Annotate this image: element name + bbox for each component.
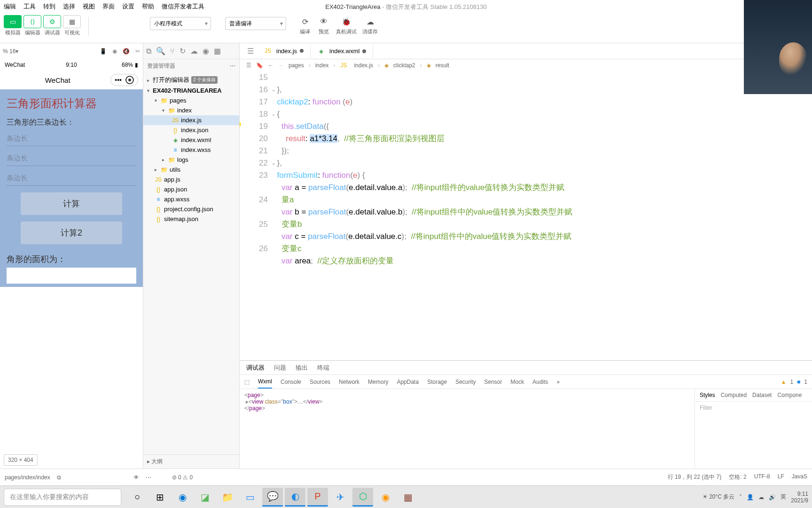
refresh-small-icon[interactable]: ↻	[180, 47, 186, 56]
preview-icon[interactable]: 👁	[317, 15, 330, 28]
menu-help[interactable]: 帮助	[142, 2, 154, 11]
inspect-icon[interactable]: ⬚	[244, 379, 250, 385]
component-tab[interactable]: Compone	[777, 392, 802, 398]
compile-icon[interactable]: ⟳	[298, 15, 312, 28]
dom-tree[interactable]: <page> ▸<view class="box">…</view> </pag…	[240, 389, 695, 468]
more-status-icon[interactable]: ⋯	[146, 474, 151, 481]
app-icon-2[interactable]: ◉	[375, 488, 396, 507]
opened-editors-section[interactable]: ▸ 打开的编辑器 2 个未保存	[143, 74, 239, 86]
folder-logs[interactable]: ▸📁logs	[143, 155, 239, 165]
input-b[interactable]: 条边长	[7, 151, 136, 166]
eye-icon[interactable]: 👁	[133, 474, 139, 481]
devtools-icon[interactable]: ⬡	[352, 488, 373, 507]
menu-goto[interactable]: 转到	[43, 2, 55, 11]
tray-chevron[interactable]: ˄	[739, 494, 742, 500]
devtab-console[interactable]: Console	[281, 379, 301, 385]
compile-dropdown[interactable]: 普通编译	[225, 17, 286, 30]
tray-people-icon[interactable]: 👤	[747, 494, 754, 500]
devtab-storage[interactable]: Storage	[427, 379, 447, 385]
visual-toggle[interactable]: ▦	[63, 15, 81, 28]
encoding[interactable]: UTF-8	[754, 473, 770, 481]
rotate-icon[interactable]: 📱	[100, 48, 107, 55]
app-icon-1[interactable]: ✈	[330, 488, 351, 507]
cut-icon[interactable]: ✂	[135, 48, 140, 55]
tab-index-wxml[interactable]: ◈index.wxml	[311, 45, 373, 57]
folder-index[interactable]: ▾📁index	[143, 105, 239, 115]
mode-dropdown[interactable]: 小程序模式	[150, 17, 211, 30]
copy-icon[interactable]: ⧉	[146, 47, 151, 56]
devtab-security[interactable]: Security	[455, 379, 476, 385]
file-index-json[interactable]: {}index.json	[143, 125, 239, 135]
warning-count[interactable]: 0	[189, 474, 193, 481]
taskbar-search[interactable]: 在这里输入你要搜索的内容	[4, 489, 121, 506]
language-mode[interactable]: JavaS	[792, 473, 807, 481]
devtab-sensor[interactable]: Sensor	[484, 379, 502, 385]
branch-icon[interactable]: ⑂	[170, 47, 175, 56]
search-icon[interactable]: 🔍	[156, 47, 165, 56]
input-c[interactable]: 条边长	[7, 171, 136, 186]
zoom-icon[interactable]: ▭	[240, 488, 260, 507]
cortana-icon[interactable]: ○	[127, 488, 148, 507]
menu-settings[interactable]: 设置	[122, 2, 134, 11]
weather[interactable]: ☀ 20°C 多云	[703, 493, 735, 501]
dbg-tab-terminal[interactable]: 终端	[317, 364, 329, 372]
taskview-icon[interactable]: ⊞	[149, 488, 170, 507]
forward-icon[interactable]: →	[278, 62, 284, 69]
edge-icon[interactable]: ◉	[172, 488, 193, 507]
save-icon[interactable]: 🔖	[256, 62, 263, 69]
styles-tab[interactable]: Styles	[700, 392, 715, 398]
bookmark-icon[interactable]: ☰	[246, 62, 251, 69]
folder-pages[interactable]: ▾📁pages	[143, 95, 239, 105]
file-sitemap[interactable]: {}sitemap.json	[143, 214, 239, 224]
menu-devtools[interactable]: 微信开发者工具	[162, 2, 204, 11]
simulator-toggle[interactable]: ▭	[4, 15, 22, 28]
copy-path-icon[interactable]: ⧉	[57, 474, 61, 481]
outline-section[interactable]: ▸ 大纲	[143, 454, 239, 468]
wechat-icon[interactable]: 💬	[262, 488, 283, 507]
more-icon[interactable]: •••	[115, 76, 122, 84]
computed-tab[interactable]: Computed	[721, 392, 747, 398]
project-root[interactable]: ▾ EX402-TRIANGLEAREA	[143, 86, 239, 95]
error-count[interactable]: 0	[178, 474, 181, 481]
tray-volume-icon[interactable]: 🔊	[769, 494, 776, 500]
more-tabs-icon[interactable]: »	[557, 379, 560, 385]
zoom-level[interactable]: % 16	[3, 48, 16, 55]
devtab-wxml[interactable]: Wxml	[258, 378, 272, 389]
file-index-wxml[interactable]: ◈index.wxml	[143, 135, 239, 145]
devtab-appdata[interactable]: AppData	[397, 379, 419, 385]
record-icon[interactable]: ◉	[112, 48, 117, 55]
file-app-json[interactable]: {}app.json	[143, 184, 239, 194]
close-icon[interactable]	[125, 76, 134, 84]
back-icon[interactable]: ←	[268, 62, 273, 69]
cloud-icon[interactable]: ☁	[190, 47, 198, 56]
menu-view[interactable]: 视图	[83, 2, 95, 11]
menu-edit[interactable]: 编辑	[4, 2, 16, 11]
devtab-mock[interactable]: Mock	[511, 379, 524, 385]
capsule[interactable]: •••	[110, 74, 138, 86]
code-editor[interactable]: 15 16⌄ 17 18⌄ 💡19 20 21 22⌄ 23 24 25 26 …	[240, 71, 812, 360]
editor-toggle[interactable]: ⟨⟩	[23, 15, 41, 28]
debugger-toggle[interactable]: ⚙	[43, 15, 61, 28]
tray-ime[interactable]: 英	[781, 493, 786, 501]
clear-cache-icon[interactable]: ☁	[364, 15, 377, 28]
dbg-tab-output[interactable]: 输出	[296, 364, 308, 372]
tray-clock[interactable]: 9:11 2021/9	[791, 491, 808, 504]
cursor-position[interactable]: 行 19，列 22 (选中 7)	[668, 473, 722, 481]
explorer-icon[interactable]: 📁	[217, 488, 238, 507]
file-app-js[interactable]: JSapp.js	[143, 175, 239, 184]
indent-setting[interactable]: 空格: 2	[729, 473, 746, 481]
mute-icon[interactable]: 🔇	[123, 48, 130, 55]
calc2-button[interactable]: 计算2	[21, 222, 122, 244]
dataset-tab[interactable]: Dataset	[752, 392, 772, 398]
devtab-network[interactable]: Network	[339, 379, 359, 385]
tray-onedrive-icon[interactable]: ☁	[758, 494, 764, 500]
eol[interactable]: LF	[778, 473, 784, 481]
fingerprint-icon[interactable]: ◉	[203, 47, 209, 56]
tab-index-js[interactable]: JSindex.js	[258, 45, 311, 58]
devtab-sources[interactable]: Sources	[310, 379, 330, 385]
tencent-icon[interactable]: ◐	[285, 488, 305, 507]
input-a[interactable]: 条边长	[7, 131, 136, 146]
status-path[interactable]: pages/index/index	[5, 474, 50, 481]
remote-debug-icon[interactable]: 🐞	[340, 15, 353, 28]
devtab-memory[interactable]: Memory	[368, 379, 388, 385]
